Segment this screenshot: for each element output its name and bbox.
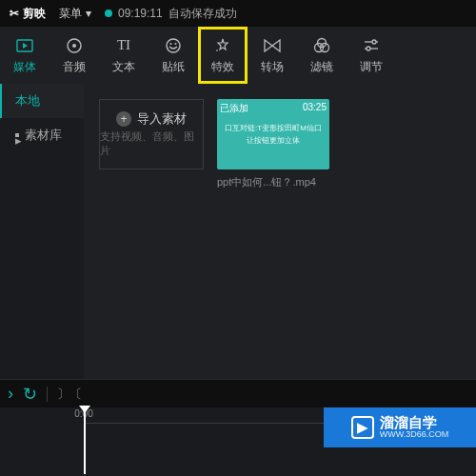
playhead[interactable] — [84, 407, 86, 474]
top-bar: ✂ 剪映 菜单 ▾ 09:19:11 自动保存成功 — [0, 0, 476, 27]
tab-text[interactable]: TI 文本 — [99, 27, 149, 84]
text-icon: TI — [114, 36, 133, 55]
added-badge: 已添加 — [220, 102, 248, 115]
tab-filter[interactable]: 滤镜 — [297, 27, 347, 84]
divider — [47, 387, 48, 402]
timeline-toolbar: › ↻ 〕〔 — [0, 379, 476, 407]
tab-label: 转场 — [261, 59, 284, 75]
watermark-logo: ▶ 溜溜自学 WWW.3D66.COM — [324, 407, 476, 447]
app-logo-icon: ✂ — [10, 7, 19, 20]
media-grid: + 导入素材 支持视频、音频、图片 已添加 03:25 口互对链:T变形按田町M… — [84, 84, 476, 379]
app-logo: ✂ 剪映 — [10, 6, 46, 22]
app-name-text: 剪映 — [23, 6, 46, 22]
tab-label: 调节 — [360, 59, 383, 75]
svg-point-10 — [372, 40, 376, 44]
tab-media[interactable]: 媒体 — [0, 27, 50, 84]
tab-label: 滤镜 — [310, 59, 333, 75]
split-icon[interactable]: 〕〔 — [57, 386, 82, 403]
media-filename: ppt中如何...钮？.mp4 — [217, 175, 329, 189]
play-icon — [15, 36, 34, 55]
star-icon — [213, 36, 232, 55]
tab-audio[interactable]: 音频 — [50, 27, 99, 84]
svg-point-3 — [167, 39, 180, 52]
thumb-text-2: 让按钮更加立体 — [225, 135, 322, 146]
venn-icon — [312, 36, 331, 55]
autosave-time: 09:19:11 — [118, 7, 163, 20]
play-box-icon: ▶ — [351, 416, 374, 439]
menu-dropdown[interactable]: 菜单 ▾ — [59, 6, 91, 22]
redo-icon[interactable]: ↻ — [23, 384, 37, 405]
chevron-right-icon[interactable]: › — [8, 384, 13, 404]
main-area: 本地 ▸ 素材库 + 导入素材 支持视频、音频、图片 已添加 03:25 口互对… — [0, 84, 476, 379]
transition-icon — [263, 36, 282, 55]
svg-point-12 — [367, 47, 370, 50]
tab-transition[interactable]: 转场 — [248, 27, 297, 84]
sticker-icon — [164, 36, 183, 55]
sidebar-item-local[interactable]: 本地 — [0, 84, 84, 118]
tab-label: 贴纸 — [162, 59, 185, 75]
chevron-right-icon: ▸ — [15, 133, 19, 137]
media-item[interactable]: 已添加 03:25 口互对链:T变形按田町M仙口 让按钮更加立体 ppt中如何.… — [217, 99, 329, 189]
logo-name: 溜溜自学 — [380, 415, 449, 431]
tab-effects[interactable]: 特效 — [198, 27, 248, 84]
sidebar-item-library[interactable]: ▸ 素材库 — [0, 118, 84, 152]
tab-sticker[interactable]: 贴纸 — [149, 27, 198, 84]
logo-url: WWW.3D66.COM — [380, 430, 449, 440]
tab-label: 特效 — [211, 59, 234, 75]
autosave-status: 09:19:11 自动保存成功 — [105, 6, 237, 22]
chevron-down-icon: ▾ — [86, 7, 91, 20]
tab-label: 音频 — [63, 59, 86, 75]
sliders-icon — [362, 36, 381, 55]
sidebar: 本地 ▸ 素材库 — [0, 84, 84, 379]
status-dot-icon — [105, 10, 112, 17]
media-duration: 03:25 — [303, 102, 327, 112]
tab-label: 文本 — [112, 59, 135, 75]
menu-label: 菜单 — [59, 6, 82, 22]
import-hint: 支持视频、音频、图片 — [100, 129, 203, 158]
sidebar-item-label: 本地 — [15, 92, 40, 109]
tab-adjust[interactable]: 调节 — [347, 27, 396, 84]
tab-label: 媒体 — [13, 59, 36, 75]
import-button[interactable]: + 导入素材 支持视频、音频、图片 — [99, 99, 204, 169]
svg-point-5 — [175, 43, 177, 45]
sidebar-item-label: 素材库 — [25, 127, 62, 144]
media-thumbnail[interactable]: 已添加 03:25 口互对链:T变形按田町M仙口 让按钮更加立体 — [217, 99, 329, 169]
svg-point-4 — [170, 43, 172, 45]
svg-point-2 — [72, 44, 76, 48]
disc-icon — [65, 36, 84, 55]
thumb-text-1: 口互对链:T变形按田町M仙口 — [225, 123, 322, 133]
autosave-text: 自动保存成功 — [169, 6, 237, 22]
import-label: 导入素材 — [137, 110, 187, 128]
tab-bar: 媒体 音频 TI 文本 贴纸 特效 转场 滤镜 调节 — [0, 27, 476, 84]
plus-icon: + — [116, 111, 131, 127]
